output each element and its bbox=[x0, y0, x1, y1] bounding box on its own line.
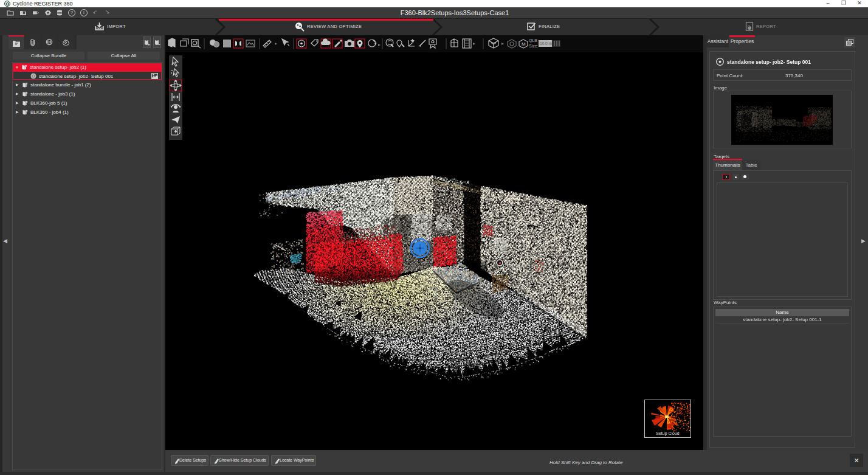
svg-text:Size:: Size: bbox=[529, 44, 539, 48]
svg-text:M: M bbox=[522, 41, 526, 47]
svg-text:QLB: QLB bbox=[529, 38, 537, 43]
svg-text:10.0 m: 10.0 m bbox=[540, 41, 552, 46]
